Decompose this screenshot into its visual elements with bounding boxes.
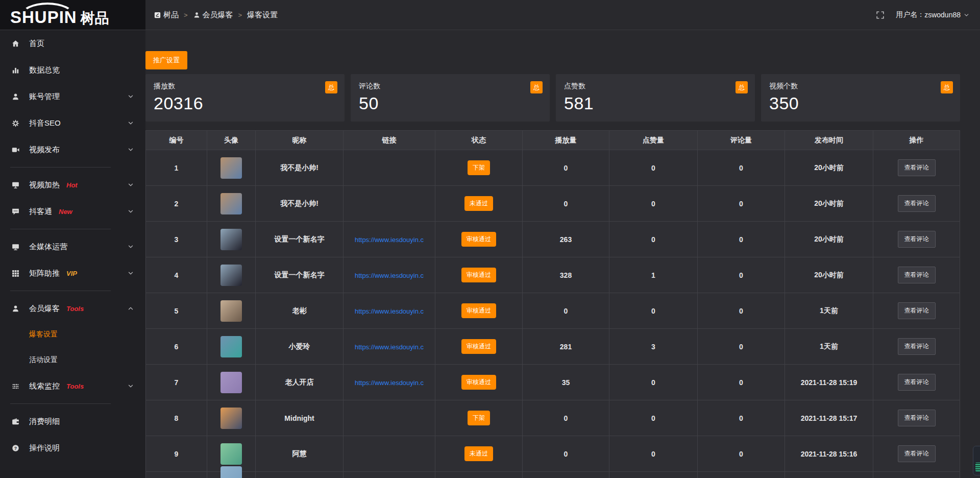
status-badge[interactable]: 未通过 <box>464 196 493 211</box>
view-comments-button[interactable]: 查看评论 <box>898 445 936 462</box>
sidebar-item-操作说明[interactable]: ?操作说明 <box>0 435 145 461</box>
cell-comments <box>698 472 785 478</box>
sidebar-subitem-爆客设置[interactable]: 爆客设置 <box>0 322 145 347</box>
status-badge[interactable]: 审核通过 <box>461 232 496 247</box>
status-badge[interactable]: 审核通过 <box>461 339 496 354</box>
promo-settings-button[interactable]: 推广设置 <box>145 51 187 69</box>
status-badge[interactable]: 审核通过 <box>461 268 496 282</box>
main-content: 推广设置 播放数20316总评论数50总点赞数581总视频个数350总 编号头像… <box>145 0 980 478</box>
sidebar-item-抖音SEO[interactable]: 抖音SEO <box>0 110 145 136</box>
username-value: zswodun88 <box>924 11 961 19</box>
cell-nickname: 老人开店 <box>256 365 344 400</box>
sidebar-item-全媒体运营[interactable]: 全媒体运营 <box>0 233 145 260</box>
chevron-down-icon <box>127 146 134 153</box>
view-comments-button[interactable]: 查看评论 <box>898 159 936 176</box>
user-menu[interactable]: 用户名：zswodun88 <box>896 10 970 19</box>
stat-card-评论数: 评论数50总 <box>351 74 550 122</box>
table-row: 9阿慧未通过0002021-11-28 15:16查看评论 <box>146 436 960 472</box>
cell-status: 下架 <box>435 400 523 436</box>
fullscreen-icon[interactable] <box>876 11 885 19</box>
cell-comments: 0 <box>698 150 785 186</box>
sidebar-item-矩阵助推[interactable]: 矩阵助推VIP <box>0 260 145 286</box>
sidebar-item-tag: Tools <box>66 383 84 390</box>
cell-nickname: 我不是小帅! <box>256 186 344 222</box>
cell-link: https://www.iesdouyin.c <box>344 329 435 365</box>
sidebar-item-账号管理[interactable]: 账号管理 <box>0 83 145 110</box>
cell-status: 审核通过 <box>435 257 523 293</box>
cell-status <box>435 472 523 478</box>
cell-nickname: 老彬 <box>256 293 344 329</box>
breadcrumb-item-home[interactable]: 树品 <box>154 10 179 20</box>
total-badge: 总 <box>736 81 748 93</box>
view-comments-button[interactable]: 查看评论 <box>898 231 936 248</box>
sidebar-item-首页[interactable]: 首页 <box>0 30 145 57</box>
view-comments-button[interactable]: 查看评论 <box>898 195 936 212</box>
cell-id: 9 <box>146 436 207 472</box>
video-link[interactable]: https://www.iesdouyin.c <box>355 379 424 387</box>
status-badge[interactable]: 未通过 <box>464 446 493 461</box>
table-row: 3设置一个新名字https://www.iesdouyin.c审核通过26300… <box>146 222 960 257</box>
logo-text-cn: 树品 <box>81 10 109 26</box>
sidebar-item-抖客通[interactable]: 抖客通New <box>0 198 145 225</box>
sidebar-item-线索监控[interactable]: 线索监控Tools <box>0 373 145 399</box>
cell-publish-time: 20小时前 <box>785 222 873 257</box>
sidebar-item-数据总览[interactable]: 数据总览 <box>0 57 145 83</box>
sidebar-subitem-活动设置[interactable]: 活动设置 <box>0 347 145 373</box>
chevron-down-icon <box>127 243 134 250</box>
video-link[interactable]: https://www.iesdouyin.c <box>355 236 424 244</box>
floating-widget[interactable] <box>973 446 980 475</box>
app-logo[interactable]: SHUPIN树品 <box>0 0 145 30</box>
view-comments-button[interactable]: 查看评论 <box>898 302 936 319</box>
column-header-播放量: 播放量 <box>523 131 609 150</box>
sidebar-item-视频发布[interactable]: 视频发布 <box>0 136 145 163</box>
cell-likes: 1 <box>609 257 698 293</box>
cell-publish-time: 2021-11-28 15:19 <box>785 365 873 400</box>
dashboard-icon <box>154 11 161 19</box>
sidebar-item-会员爆客[interactable]: 会员爆客Tools <box>0 295 145 322</box>
cell-link: https://www.iesdouyin.c <box>344 257 435 293</box>
view-comments-button[interactable]: 查看评论 <box>898 267 936 283</box>
question-icon: ? <box>11 443 20 452</box>
table-row: 4设置一个新名字https://www.iesdouyin.c审核通过32810… <box>146 257 960 293</box>
cell-actions: 查看评论 <box>873 400 960 436</box>
status-badge[interactable]: 审核通过 <box>461 375 496 390</box>
view-comments-button[interactable]: 查看评论 <box>898 410 936 426</box>
cell-avatar <box>207 257 256 293</box>
status-badge[interactable]: 下架 <box>468 411 490 425</box>
user-icon <box>193 11 201 19</box>
cell-actions: 查看评论 <box>873 257 960 293</box>
cell-link <box>344 472 435 478</box>
cell-actions: 查看评论 <box>873 365 960 400</box>
cell-publish-time: 20小时前 <box>785 150 873 186</box>
status-badge[interactable]: 下架 <box>468 160 490 175</box>
breadcrumb-item-section[interactable]: 会员爆客 <box>193 10 233 20</box>
cell-plays: 0 <box>523 186 609 222</box>
cell-likes: 3 <box>609 329 698 365</box>
cell-nickname: 我不是小帅! <box>256 150 344 186</box>
sidebar-item-label: 数据总览 <box>29 65 60 75</box>
sidebar: 首页数据总览账号管理抖音SEO视频发布视频加热Hot抖客通New全媒体运营矩阵助… <box>0 30 145 478</box>
table-row: 2我不是小帅!未通过00020小时前查看评论 <box>146 186 960 222</box>
status-badge[interactable]: 审核通过 <box>461 303 496 318</box>
avatar <box>220 193 242 214</box>
cell-comments: 0 <box>698 400 785 436</box>
avatar <box>220 336 242 357</box>
video-link[interactable]: https://www.iesdouyin.c <box>355 272 424 279</box>
video-link[interactable]: https://www.iesdouyin.c <box>355 343 424 351</box>
cell-plays: 0 <box>523 436 609 472</box>
sidebar-item-label: 全媒体运营 <box>29 242 67 252</box>
column-header-编号: 编号 <box>146 131 207 150</box>
cell-nickname: Midnight <box>256 400 344 436</box>
sidebar-item-label: 视频发布 <box>29 145 60 155</box>
sidebar-item-label: 抖客通 <box>29 207 52 217</box>
sidebar-item-视频加热[interactable]: 视频加热Hot <box>0 172 145 198</box>
cell-status: 未通过 <box>435 186 523 222</box>
cell-avatar <box>207 400 256 436</box>
view-comments-button[interactable]: 查看评论 <box>898 338 936 355</box>
cell-likes: 0 <box>609 365 698 400</box>
view-comments-button[interactable]: 查看评论 <box>898 374 936 391</box>
sidebar-item-消费明细[interactable]: 消费明细 <box>0 408 145 435</box>
svg-text:?: ? <box>14 445 16 450</box>
chevron-down-icon <box>127 93 134 100</box>
video-link[interactable]: https://www.iesdouyin.c <box>355 307 424 315</box>
